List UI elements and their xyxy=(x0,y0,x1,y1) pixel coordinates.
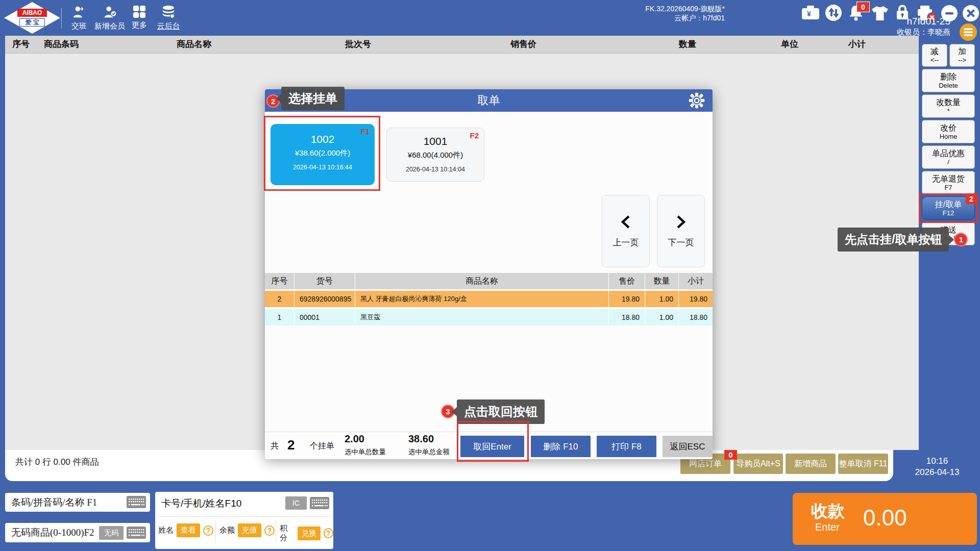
nocode-button[interactable]: 无码 xyxy=(99,526,124,540)
clock: 10:16 2026-04-13 xyxy=(896,456,978,478)
keyboard-icon[interactable] xyxy=(127,496,146,510)
held-count: 2 xyxy=(287,437,295,453)
selected-total-qty-label: 选中单总数量 xyxy=(345,447,386,457)
next-page-label: 下一页 xyxy=(668,237,694,248)
clock-time: 10:16 xyxy=(896,456,978,467)
checkout-button[interactable]: 收款 Enter 0.00 xyxy=(793,493,977,545)
change-price-button[interactable]: 改价Home xyxy=(922,120,975,143)
member-balance-label: 余额 xyxy=(219,525,235,535)
cancel-order-button[interactable]: 整单取消 F11 xyxy=(838,454,888,474)
help-icon[interactable]: ? xyxy=(203,525,213,536)
col-unit: 单位 xyxy=(781,36,798,53)
help-icon[interactable]: ? xyxy=(324,528,333,538)
close-button[interactable] xyxy=(962,4,980,24)
nav-shift-change-label: 交班 xyxy=(71,21,87,31)
member-view-button[interactable]: 查看 xyxy=(177,523,200,537)
add-member-icon xyxy=(103,5,117,19)
settings-button[interactable] xyxy=(688,92,705,111)
tooltip-step1-arrow xyxy=(949,235,954,244)
nocode-input-label: 无码商品(0-1000)F2 xyxy=(11,526,94,539)
ticket-fkey: F1 xyxy=(360,127,370,136)
modal-footer: 共 2 个挂单 2.00 选中单总数量 38.60 选中单总金额 取回Enter… xyxy=(265,432,713,459)
member-redeem-button[interactable]: 兑换 xyxy=(298,527,321,540)
selected-total-qty: 2.00 xyxy=(345,433,364,445)
held-item-row[interactable]: 1 00001 黑豆蔻 18.80 1.00 18.80 xyxy=(265,309,713,325)
prev-page-button[interactable]: 上一页 xyxy=(602,195,650,267)
keyboard-icon[interactable] xyxy=(127,527,146,541)
retrieve-order-modal: 取单 2 选择挂单 F1 1002 ¥38.60(2.000件) 2026-04… xyxy=(265,89,713,459)
menu-button[interactable] xyxy=(959,22,980,44)
nav-add-member-label: 新增会员 xyxy=(94,21,125,31)
ic-card-button[interactable]: IC xyxy=(285,496,307,510)
held-ticket-card[interactable]: F2 1001 ¥68.00(4.000件) 2026-04-13 10:14:… xyxy=(386,128,484,182)
ticket-time: 2026-04-13 10:14:04 xyxy=(387,166,484,173)
member-points-group: 积分 兑换 ? xyxy=(280,523,333,543)
chevron-left-icon xyxy=(619,214,632,230)
shift-change-icon xyxy=(72,5,86,19)
more-grid-icon xyxy=(133,5,146,18)
col-subtotal: 小计 xyxy=(848,36,866,53)
tooltip-step3-text: 点击取回按钮 xyxy=(457,399,545,424)
app-logo: AIBAO 爱 宝 xyxy=(4,2,60,34)
next-page-button[interactable]: 下一页 xyxy=(657,195,705,267)
tooltip-step3-arrow xyxy=(452,407,457,416)
held-items-header: 序号 货号 商品名称 售价 数量 小计 xyxy=(265,273,713,289)
pos-screen: AIBAO 爱 宝 交班 新增会员 更多 云后台 FK.32.20260409-… xyxy=(0,0,980,551)
online-orders-badge: 0 xyxy=(724,450,737,460)
nav-cloud-backend[interactable]: 云后台 xyxy=(154,5,183,31)
help-icon[interactable]: ? xyxy=(264,525,275,536)
new-product-button[interactable]: 新增商品 xyxy=(786,454,836,474)
col-batch: 批次号 xyxy=(345,36,371,53)
step-badge-1: 1 xyxy=(954,233,968,246)
member-recharge-button[interactable]: 充值 xyxy=(238,523,261,537)
clock-date: 2026-04-13 xyxy=(896,467,978,478)
delete-button[interactable]: 删除Delete xyxy=(922,69,975,92)
ticket-amount: ¥68.00(4.000件) xyxy=(387,151,484,160)
ticket-number: 1002 xyxy=(271,133,375,145)
member-card-input[interactable]: 卡号/手机/姓名F10 IC xyxy=(155,492,333,514)
nav-more[interactable]: 更多 xyxy=(128,5,151,30)
terminal-id: h7fd01-25 xyxy=(838,15,950,27)
decrease-button[interactable]: 减<-- xyxy=(922,44,947,67)
version-text: FK.32.20260409-旗舰版* xyxy=(572,4,725,13)
nocode-product-input[interactable]: 无码商品(0-1000)F2 无码 xyxy=(5,523,150,542)
delete-held-button[interactable]: 删除 F10 xyxy=(531,436,591,457)
print-held-button[interactable]: 打印 F8 xyxy=(597,436,656,457)
logo-text-bottom: 爱 宝 xyxy=(19,18,45,27)
keyboard-icon[interactable] xyxy=(310,497,329,511)
col-seq: 序号 xyxy=(12,36,30,53)
nav-cloud-backend-label: 云后台 xyxy=(157,21,180,31)
col-price: 销售价 xyxy=(510,36,536,53)
ticket-time: 2026-04-13 10:16:44 xyxy=(271,164,375,171)
topbar-divider xyxy=(61,8,62,29)
cash-drawer-button[interactable]: ¥ xyxy=(800,4,821,22)
tooltip-step2: 选择挂单 xyxy=(276,87,345,110)
ticket-fkey: F2 xyxy=(470,131,479,140)
increase-button[interactable]: 加--> xyxy=(949,44,975,67)
close-icon xyxy=(962,4,980,22)
salesperson-button[interactable]: 导购员Alt+S xyxy=(733,454,783,474)
logo-diamond-icon xyxy=(4,2,60,34)
logo-text-top: AIBAO xyxy=(17,9,47,17)
item-discount-button[interactable]: 单品优惠/ xyxy=(922,145,975,169)
sales-table-header: 序号 商品条码 商品名称 批次号 销售价 数量 单位 小计 xyxy=(5,36,919,54)
member-panel-divider xyxy=(158,516,330,517)
no-receipt-return-button[interactable]: 无单退货F7 xyxy=(922,171,975,194)
held-count-suffix: 个挂单 xyxy=(310,441,334,452)
back-button[interactable]: 返回ESC xyxy=(663,436,713,457)
nav-shift-change[interactable]: 交班 xyxy=(67,5,91,31)
held-ticket-card-selected[interactable]: F1 1002 ¥38.60(2.000件) 2026-04-13 10:16:… xyxy=(271,124,375,185)
member-points-label: 积分 xyxy=(280,523,295,543)
top-bar: AIBAO 爱 宝 交班 新增会员 更多 云后台 FK.32.20260409-… xyxy=(0,0,980,36)
prev-page-label: 上一页 xyxy=(613,237,639,248)
terminal-info: h7fd01-25 收银员：李晓燕 xyxy=(838,15,950,37)
tooltip-step1-text: 先点击挂/取单按钮 xyxy=(838,228,949,252)
nav-add-member[interactable]: 新增会员 xyxy=(94,5,126,31)
hamburger-icon xyxy=(959,22,980,42)
bell-badge: 0 xyxy=(856,2,870,12)
chevron-right-icon xyxy=(674,214,688,230)
barcode-input[interactable]: 条码/拼音码/名称 F1 xyxy=(5,493,150,512)
change-qty-button[interactable]: 改数量* xyxy=(922,94,975,118)
retrieve-button[interactable]: 取回Enter xyxy=(460,436,524,457)
held-item-row-selected[interactable]: 2 6928926000895 黑人 牙膏超白极尚沁爽薄荷 120g/盒 19.… xyxy=(265,291,713,307)
